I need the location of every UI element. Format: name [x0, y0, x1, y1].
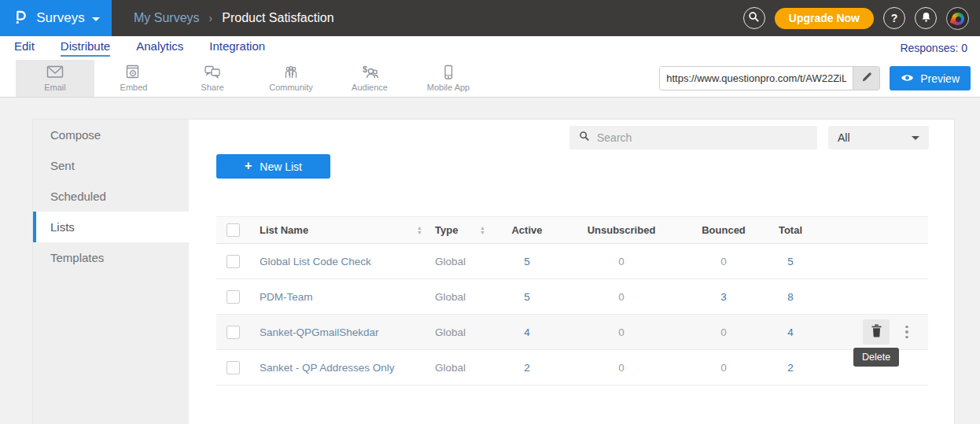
bounced-count: 0: [688, 326, 759, 338]
list-type: Global: [433, 256, 480, 267]
trash-icon: [871, 324, 882, 340]
table-row: PDM-Team Global 5 0 3 8: [216, 279, 928, 315]
preview-label: Preview: [920, 72, 960, 85]
preview-button[interactable]: Preview: [890, 66, 971, 90]
col-type: Type: [433, 224, 480, 236]
table-row: Sanket - QP Addresses Only Global 2 0 0 …: [216, 350, 928, 385]
row-checkbox[interactable]: [227, 290, 240, 304]
list-type: Global: [433, 326, 480, 338]
sort-type-icon[interactable]: ▲▼: [480, 226, 488, 235]
filter-value: All: [838, 131, 850, 144]
sidebar-item-scheduled[interactable]: Scheduled: [33, 181, 189, 212]
new-list-button[interactable]: + New List: [216, 154, 330, 179]
lists-table: List Name ▲▼ Type ▲▼ Active Unsubscribed…: [216, 216, 928, 385]
channel-label: Mobile App: [427, 83, 470, 92]
search-button[interactable]: [743, 7, 765, 29]
list-name-link[interactable]: Sanket - QP Addresses Only: [252, 362, 417, 374]
channel-label: Email: [44, 83, 66, 92]
list-name-link[interactable]: Sanket-QPGmailShekdar: [252, 326, 417, 338]
active-count[interactable]: 2: [499, 362, 554, 374]
filter-dropdown[interactable]: All: [828, 126, 929, 149]
breadcrumb-my-surveys[interactable]: My Surveys: [134, 11, 200, 25]
channel-email[interactable]: Email: [16, 60, 94, 97]
survey-url-field: [659, 66, 880, 90]
eye-icon: [901, 72, 914, 85]
col-bounced: Bounced: [688, 224, 759, 236]
channel-mobile-app[interactable]: Mobile App: [409, 60, 488, 97]
community-icon: [282, 65, 300, 80]
row-checkbox[interactable]: [227, 361, 240, 374]
unsubscribed-count: 0: [554, 362, 688, 374]
total-count[interactable]: 4: [759, 326, 822, 338]
breadcrumb-separator: ›: [209, 12, 213, 24]
row-actions: Delete: [822, 315, 928, 349]
distribute-toolbar: Email Embed Share Community: [0, 60, 980, 98]
tab-analytics[interactable]: Analytics: [136, 39, 183, 57]
notifications-button[interactable]: [915, 7, 937, 29]
top-bar-actions: Upgrade Now ?: [743, 7, 980, 30]
sidebar-item-compose[interactable]: Compose: [33, 120, 189, 150]
survey-url-input[interactable]: [660, 67, 853, 90]
row-checkbox[interactable]: [227, 326, 240, 339]
embed-icon: [124, 65, 143, 80]
sidebar-item-lists[interactable]: Lists: [33, 212, 189, 242]
help-icon: ?: [891, 12, 898, 24]
upgrade-now-button[interactable]: Upgrade Now: [775, 8, 874, 29]
unsubscribed-count: 0: [554, 291, 688, 303]
toolbar-right: Preview: [659, 60, 980, 97]
sidebar-item-templates[interactable]: Templates: [33, 242, 189, 273]
unsubscribed-count: 0: [554, 256, 688, 267]
active-count[interactable]: 4: [499, 326, 554, 338]
search-input[interactable]: [597, 131, 808, 144]
help-button[interactable]: ?: [883, 7, 905, 29]
channel-audience[interactable]: $ Audience: [330, 60, 409, 97]
delete-list-button[interactable]: [863, 319, 890, 345]
col-unsubscribed: Unsubscribed: [554, 224, 688, 236]
bounced-count[interactable]: 3: [688, 291, 759, 303]
chevron-down-icon: [92, 17, 100, 21]
mobile-app-icon: [439, 65, 458, 80]
bounced-count: 0: [688, 256, 759, 267]
total-count[interactable]: 5: [759, 256, 822, 267]
search-icon: [748, 11, 760, 25]
survey-nav: Edit Distribute Analytics Integration Re…: [0, 36, 980, 60]
active-count[interactable]: 5: [499, 256, 554, 267]
search-row: All: [569, 126, 929, 149]
breadcrumb: My Surveys › Product Satisfaction: [134, 11, 334, 25]
edit-url-button[interactable]: [853, 67, 879, 90]
email-sidebar: Compose Sent Scheduled Lists Templates: [33, 120, 189, 424]
row-checkbox[interactable]: [227, 255, 240, 268]
list-type: Global: [433, 291, 480, 303]
lists-content: All + New List List Name ▲▼ Type ▲▼ Acti…: [189, 120, 954, 424]
channel-label: Embed: [120, 83, 148, 92]
search-icon: [579, 131, 590, 145]
product-switcher[interactable]: Surveys: [0, 0, 112, 36]
tab-edit[interactable]: Edit: [14, 39, 35, 57]
pencil-icon: [861, 72, 872, 85]
questionpro-logo-icon: [12, 7, 29, 29]
sidebar-item-sent[interactable]: Sent: [33, 150, 189, 181]
channel-community[interactable]: Community: [252, 60, 330, 97]
tab-integration[interactable]: Integration: [209, 39, 265, 57]
sort-list-name-icon[interactable]: ▲▼: [417, 226, 425, 235]
list-name-link[interactable]: Global List Code Check: [252, 256, 417, 267]
avatar[interactable]: [946, 7, 969, 30]
channel-embed[interactable]: Embed: [94, 60, 173, 97]
channel-label: Community: [269, 83, 313, 92]
more-actions-button[interactable]: [902, 323, 912, 342]
search-box: [569, 126, 817, 149]
responses-count: Responses: 0: [900, 42, 967, 54]
col-total: Total: [759, 224, 822, 236]
total-count[interactable]: 8: [759, 291, 822, 303]
total-count[interactable]: 2: [759, 362, 822, 374]
list-name-link[interactable]: PDM-Team: [252, 291, 417, 303]
table-header-row: List Name ▲▼ Type ▲▼ Active Unsubscribed…: [216, 216, 928, 244]
tab-distribute[interactable]: Distribute: [61, 39, 110, 57]
active-count[interactable]: 5: [499, 291, 554, 303]
channel-share[interactable]: Share: [173, 60, 252, 97]
bell-icon: [920, 11, 932, 25]
lists-panel: Compose Sent Scheduled Lists Templates A…: [33, 120, 954, 424]
select-all-checkbox[interactable]: [227, 223, 240, 237]
plus-icon: +: [245, 159, 252, 173]
table-row-hovered: Sanket-QPGmailShekdar Global 4 0 0 4: [216, 315, 928, 350]
